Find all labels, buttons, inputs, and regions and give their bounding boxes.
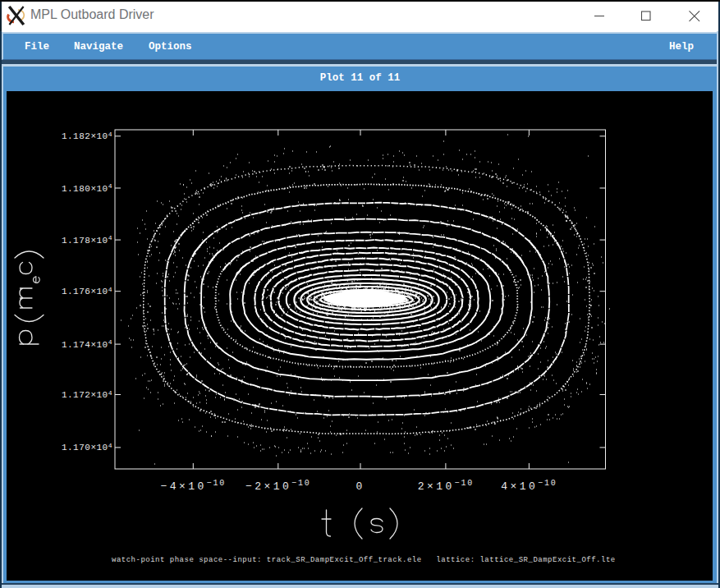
svg-text:1.170×104: 1.170×104 <box>62 442 112 452</box>
svg-text:1.180×104: 1.180×104 <box>62 182 112 193</box>
svg-text:−2×10−10: −2×10−10 <box>245 479 310 493</box>
svg-text:1.182×104: 1.182×104 <box>62 131 112 141</box>
svg-text:watch-point phase space--input: watch-point phase space--input: track_SR… <box>112 556 616 564</box>
svg-text:0: 0 <box>355 480 365 493</box>
svg-text:1.176×104: 1.176×104 <box>62 286 112 296</box>
svg-text:1.174×104: 1.174×104 <box>62 338 112 349</box>
svg-text:−4×10−10: −4×10−10 <box>161 479 226 493</box>
svg-text:4×10−10: 4×10−10 <box>501 479 557 493</box>
svg-text:1.172×104: 1.172×104 <box>62 389 112 400</box>
svg-text:2×10−10: 2×10−10 <box>418 479 474 493</box>
svg-text:1.178×104: 1.178×104 <box>62 234 112 245</box>
